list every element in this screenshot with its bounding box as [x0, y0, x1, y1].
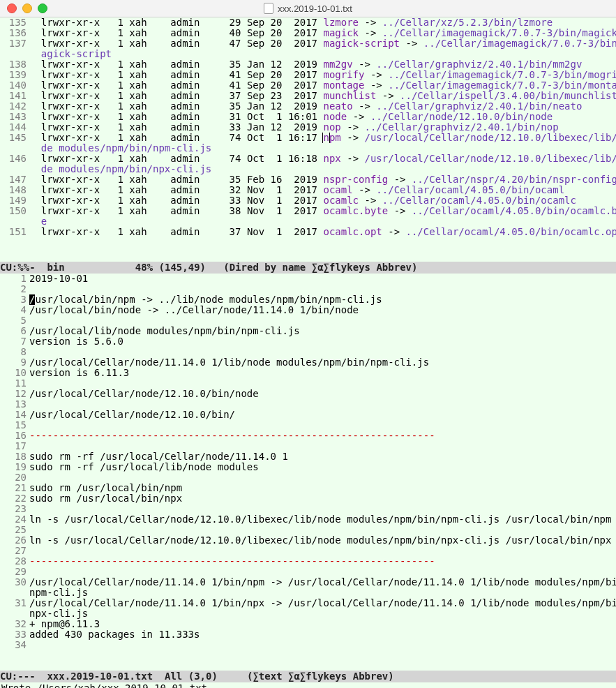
text-row[interactable]: 22sudo rm /usr/local/bin/npx: [0, 493, 616, 504]
dired-row[interactable]: 141 lrwxr-xr-x 1 xah admin 37 Sep 23 201…: [0, 91, 616, 101]
line-number: 8: [0, 347, 29, 357]
dired-row[interactable]: 147 lrwxr-xr-x 1 xah admin 35 Feb 16 201…: [0, 174, 616, 185]
line-number: 21: [0, 483, 29, 493]
text-row[interactable]: 18sudo rm -rf /usr/local/Cellar/node/11.…: [0, 451, 616, 462]
dired-row[interactable]: 138 lrwxr-xr-x 1 xah admin 35 Jan 12 201…: [0, 59, 616, 70]
text-row[interactable]: 31/usr/local/Cellar/node/11.14.0_1/bin/n…: [0, 598, 616, 608]
dired-row[interactable]: 150 lrwxr-xr-x 1 xah admin 38 Nov 1 2017…: [0, 206, 616, 216]
line-number: 4: [0, 305, 29, 315]
text-row[interactable]: 34: [0, 640, 616, 650]
text-line: /usr/local/Cellar/node/12.10.0/bin/: [29, 410, 616, 420]
text-line: version is 5.6.0: [29, 336, 616, 347]
line-number: 147: [0, 174, 29, 185]
text-row[interactable]: 14/usr/local/Cellar/node/12.10.0/bin/: [0, 410, 616, 420]
text-line: sudo rm -rf /usr/local/Cellar/node/11.14…: [29, 451, 616, 462]
dired-line: lrwxr-xr-x 1 xah admin 35 Feb 16 2019 ns…: [29, 174, 616, 185]
dired-row[interactable]: 142 lrwxr-xr-x 1 xah admin 35 Jan 12 201…: [0, 101, 616, 112]
dired-line: lrwxr-xr-x 1 xah admin 35 Jan 12 2019 ne…: [29, 101, 616, 112]
text-row[interactable]: 15: [0, 420, 616, 431]
line-number: 26: [0, 535, 29, 546]
text-line: /usr/local/bin/node -> ../Cellar/node/11…: [29, 305, 616, 315]
dired-row[interactable]: 145 lrwxr-xr-x 1 xah admin 74 Oct 1 16:1…: [0, 133, 616, 143]
dired-row[interactable]: 143 lrwxr-xr-x 1 xah admin 31 Oct 1 16:0…: [0, 112, 616, 122]
text-row[interactable]: 3/usr/local/bin/npm -> ../lib/node_modul…: [0, 294, 616, 305]
text-line: [29, 472, 616, 483]
modeline-text[interactable]: CU:--- xxx.2019-10-01.txt All (3,0) (∑te…: [0, 671, 616, 682]
dired-line: lrwxr-xr-x 1 xah admin 40 Sep 20 2017 ma…: [29, 28, 616, 38]
line-number: 12: [0, 389, 29, 399]
text-row[interactable]: 27: [0, 546, 616, 556]
dired-buffer[interactable]: 135 lrwxr-xr-x 1 xah admin 29 Sep 20 201…: [0, 17, 616, 262]
line-number: 23: [0, 504, 29, 514]
dired-row[interactable]: 144 lrwxr-xr-x 1 xah admin 33 Jan 12 201…: [0, 122, 616, 133]
text-row[interactable]: 12019-10-01: [0, 274, 616, 284]
text-row[interactable]: 4/usr/local/bin/node -> ../Cellar/node/1…: [0, 305, 616, 315]
dired-row[interactable]: 151 lrwxr-xr-x 1 xah admin 37 Nov 1 2017…: [0, 227, 616, 237]
dired-row[interactable]: 148 lrwxr-xr-x 1 xah admin 32 Nov 1 2017…: [0, 185, 616, 195]
dired-line: lrwxr-xr-x 1 xah admin 41 Sep 20 2017 mo…: [29, 80, 616, 91]
text-line: [29, 315, 616, 326]
dired-line: lrwxr-xr-x 1 xah admin 31 Oct 1 16:01 no…: [29, 112, 616, 122]
text-row[interactable]: 10version is 6.11.3: [0, 368, 616, 378]
dired-line: lrwxr-xr-x 1 xah admin 47 Sep 20 2017 ma…: [29, 38, 616, 49]
line-number: 27: [0, 546, 29, 556]
text-row[interactable]: 32+ npm@6.11.3: [0, 619, 616, 629]
dired-row[interactable]: 149 lrwxr-xr-x 1 xah admin 33 Nov 1 2017…: [0, 195, 616, 206]
line-number: 20: [0, 472, 29, 483]
dired-row[interactable]: 140 lrwxr-xr-x 1 xah admin 41 Sep 20 201…: [0, 80, 616, 91]
line-number: 11: [0, 378, 29, 389]
text-row[interactable]: 30/usr/local/Cellar/node/11.14.0_1/bin/n…: [0, 577, 616, 588]
text-line: [29, 546, 616, 556]
text-row[interactable]: 24ln -s /usr/local/Cellar/node/12.10.0/l…: [0, 514, 616, 525]
text-row[interactable]: 11: [0, 378, 616, 389]
text-row[interactable]: 19sudo rm -rf /usr/local/lib/node_module…: [0, 462, 616, 472]
text-row[interactable]: 7version is 5.6.0: [0, 336, 616, 347]
text-row[interactable]: 6/usr/local/lib/node_modules/npm/bin/npm…: [0, 326, 616, 336]
line-number: 2: [0, 284, 29, 294]
line-number: 17: [0, 441, 29, 451]
text-buffer[interactable]: 12019-10-0123/usr/local/bin/npm -> ../li…: [0, 274, 616, 671]
dired-line: lrwxr-xr-x 1 xah admin 35 Jan 12 2019 mm…: [29, 59, 616, 70]
line-number: 146: [0, 154, 29, 164]
modeline-dired-text: CU:%%- bin 48% (145,49) (Dired by name ∑…: [0, 262, 417, 273]
dired-line: lrwxr-xr-x 1 xah admin 37 Nov 1 2017 oca…: [29, 227, 616, 237]
dired-row[interactable]: 137 lrwxr-xr-x 1 xah admin 47 Sep 20 201…: [0, 38, 616, 49]
line-number: 9: [0, 357, 29, 368]
dired-row[interactable]: 136 lrwxr-xr-x 1 xah admin 40 Sep 20 201…: [0, 28, 616, 38]
text-row[interactable]: 23: [0, 504, 616, 514]
text-line: [29, 378, 616, 389]
text-row[interactable]: 20: [0, 472, 616, 483]
text-row[interactable]: 28--------------------------------------…: [0, 556, 616, 567]
modeline-dired[interactable]: CU:%%- bin 48% (145,49) (Dired by name ∑…: [0, 262, 616, 274]
text-row[interactable]: 8: [0, 347, 616, 357]
titlebar[interactable]: xxx.2019-10-01.txt: [0, 0, 616, 17]
text-row[interactable]: 5: [0, 315, 616, 326]
line-number: 29: [0, 567, 29, 577]
text-row-continuation: npx-cli.js: [0, 608, 616, 619]
line-number: 18: [0, 451, 29, 462]
line-number: 1: [0, 274, 29, 284]
text-row[interactable]: 13: [0, 399, 616, 410]
text-row[interactable]: 21sudo rm /usr/local/bin/npm: [0, 483, 616, 493]
text-row[interactable]: 33added 430 packages in 11.333s: [0, 629, 616, 640]
dired-row[interactable]: 139 lrwxr-xr-x 1 xah admin 41 Sep 20 201…: [0, 70, 616, 80]
text-row[interactable]: 9/usr/local/Cellar/node/11.14.0_1/lib/no…: [0, 357, 616, 368]
text-row[interactable]: 17: [0, 441, 616, 451]
line-number: 145: [0, 133, 29, 143]
text-line: ----------------------------------------…: [29, 431, 616, 441]
text-row[interactable]: 29: [0, 567, 616, 577]
line-number: 136: [0, 28, 29, 38]
line-number: 19: [0, 462, 29, 472]
text-row[interactable]: 25: [0, 525, 616, 535]
text-row[interactable]: 26ln -s /usr/local/Cellar/node/12.10.0/l…: [0, 535, 616, 546]
line-number: 139: [0, 70, 29, 80]
dired-row[interactable]: 146 lrwxr-xr-x 1 xah admin 74 Oct 1 16:1…: [0, 154, 616, 164]
text-row[interactable]: 2: [0, 284, 616, 294]
window-title: xxx.2019-10-01.txt: [0, 3, 616, 14]
text-line: ln -s /usr/local/Cellar/node/12.10.0/lib…: [29, 535, 616, 546]
dired-row[interactable]: 135 lrwxr-xr-x 1 xah admin 29 Sep 20 201…: [0, 17, 616, 28]
text-row[interactable]: 16--------------------------------------…: [0, 431, 616, 441]
text-row[interactable]: 12/usr/local/Cellar/node/12.10.0/bin/nod…: [0, 389, 616, 399]
dired-line: lrwxr-xr-x 1 xah admin 29 Sep 20 2017 lz…: [29, 17, 616, 28]
line-number: 7: [0, 336, 29, 347]
